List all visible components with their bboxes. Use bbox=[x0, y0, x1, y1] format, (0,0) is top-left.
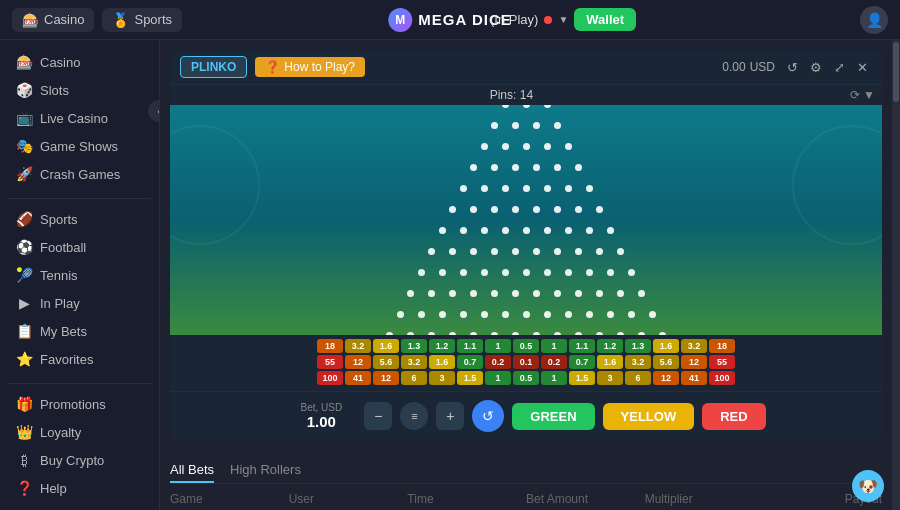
sidebar-sports-section: 🏈 Sports ⚽ Football 🎾 Tennis ▶ In Play 📋… bbox=[0, 205, 159, 373]
sidebar-divider-1 bbox=[8, 198, 151, 199]
pin bbox=[533, 122, 540, 129]
sidebar-label-crash-games: Crash Games bbox=[40, 167, 120, 182]
sidebar-label-favorites: Favorites bbox=[40, 352, 93, 367]
tab-high-rollers[interactable]: High Rollers bbox=[230, 458, 301, 483]
sidebar-item-slots[interactable]: 🎲 Slots bbox=[8, 76, 151, 104]
pin bbox=[649, 311, 656, 318]
right-scrollbar[interactable] bbox=[892, 40, 900, 510]
bet-label: Bet, USD bbox=[301, 402, 343, 413]
expand-icon-btn[interactable]: ⤢ bbox=[830, 58, 849, 77]
pins-row bbox=[449, 206, 603, 213]
sidebar-item-buy-crypto[interactable]: ₿ Buy Crypto bbox=[8, 446, 151, 474]
multiplier-cell: 1.2 bbox=[597, 339, 623, 353]
sidebar-item-crash-games[interactable]: 🚀 Crash Games bbox=[8, 160, 151, 188]
pin bbox=[470, 332, 477, 335]
casino-sidebar-icon: 🎰 bbox=[16, 54, 32, 70]
sports-nav-btn[interactable]: 🏅 Sports bbox=[102, 8, 182, 32]
multiplier-cell: 1.2 bbox=[429, 339, 455, 353]
pin bbox=[565, 227, 572, 234]
sidebar-item-loyalty[interactable]: 👑 Loyalty bbox=[8, 418, 151, 446]
multiplier-cell: 0.2 bbox=[541, 355, 567, 369]
pin bbox=[481, 227, 488, 234]
red-btn[interactable]: RED bbox=[702, 403, 765, 430]
wallet-button[interactable]: Wallet bbox=[574, 8, 636, 31]
pin bbox=[481, 143, 488, 150]
tab-all-bets[interactable]: All Bets bbox=[170, 458, 214, 483]
scroll-thumb[interactable] bbox=[893, 42, 899, 102]
sidebar-item-football[interactable]: ⚽ Football bbox=[8, 233, 151, 261]
sidebar-casino-section: 🎰 Casino 🎲 Slots 📺 Live Casino 🎭 Game Sh… bbox=[0, 48, 159, 188]
how-to-play-btn[interactable]: ❓ How to Play? bbox=[255, 57, 365, 77]
pin bbox=[502, 227, 509, 234]
pin bbox=[460, 311, 467, 318]
multiplier-cell: 1.1 bbox=[569, 339, 595, 353]
sidebar-item-casino[interactable]: 🎰 Casino bbox=[8, 48, 151, 76]
bottom-section: All Bets High Rollers Game User Time Bet… bbox=[160, 450, 892, 510]
multiplier-cell: 55 bbox=[317, 355, 343, 369]
sidebar-item-sports[interactable]: 🏈 Sports bbox=[8, 205, 151, 233]
multiplier-cell: 0.5 bbox=[513, 371, 539, 385]
auto-bet-btn[interactable]: ↺ bbox=[472, 400, 504, 432]
pins-row bbox=[460, 185, 593, 192]
pin bbox=[607, 227, 614, 234]
logo-icon: M bbox=[388, 8, 412, 32]
pin bbox=[386, 332, 393, 335]
sidebar-item-game-shows[interactable]: 🎭 Game Shows bbox=[8, 132, 151, 160]
sidebar-label-help: Help bbox=[40, 481, 67, 496]
sidebar-item-in-play[interactable]: ▶ In Play bbox=[8, 289, 151, 317]
decrease-bet-btn[interactable]: − bbox=[364, 402, 392, 430]
multiplier-cell: 1.3 bbox=[625, 339, 651, 353]
user-avatar-icon[interactable]: 👤 bbox=[860, 6, 888, 34]
green-btn[interactable]: GREEN bbox=[512, 403, 594, 430]
pin bbox=[575, 164, 582, 171]
pin bbox=[575, 332, 582, 335]
sidebar-item-my-bets[interactable]: 📋 My Bets bbox=[8, 317, 151, 345]
sidebar-item-tennis[interactable]: 🎾 Tennis bbox=[8, 261, 151, 289]
pin bbox=[523, 143, 530, 150]
sidebar-item-help[interactable]: ❓ Help bbox=[8, 474, 151, 502]
multiplier-cell: 3.2 bbox=[625, 355, 651, 369]
settings-icon-btn[interactable]: ⚙ bbox=[806, 58, 826, 77]
yellow-btn[interactable]: YELLOW bbox=[603, 403, 695, 430]
sidebar-label-game-shows: Game Shows bbox=[40, 139, 118, 154]
pin bbox=[607, 311, 614, 318]
pin bbox=[628, 311, 635, 318]
casino-nav-btn[interactable]: 🎰 Casino bbox=[12, 8, 94, 32]
game-container: PLINKO ❓ How to Play? 0.00 USD ↺ ⚙ ⤢ ✕ bbox=[170, 50, 882, 440]
pin bbox=[617, 290, 624, 297]
table-header: Game User Time Bet Amount Multiplier Pay… bbox=[170, 484, 882, 510]
multiplier-cell: 1.1 bbox=[457, 339, 483, 353]
content-area: PLINKO ❓ How to Play? 0.00 USD ↺ ⚙ ⤢ ✕ bbox=[160, 40, 892, 510]
multiplier-row: 55125.63.21.60.70.20.10.20.71.63.25.6125… bbox=[178, 355, 874, 369]
sidebar-item-favorites[interactable]: ⭐ Favorites bbox=[8, 345, 151, 373]
live-indicator bbox=[544, 16, 552, 24]
top-navigation: 🎰 Casino 🏅 Sports M MEGA DICE (In Play) … bbox=[0, 0, 900, 40]
refresh-icon-btn[interactable]: ↺ bbox=[783, 58, 802, 77]
status-dropdown-arrow[interactable]: ▼ bbox=[558, 14, 568, 25]
favorites-icon: ⭐ bbox=[16, 351, 32, 367]
multiplier-cell: 1 bbox=[485, 339, 511, 353]
sidebar-label-loyalty: Loyalty bbox=[40, 425, 81, 440]
pin bbox=[523, 105, 530, 108]
live-chat-avatar[interactable]: 🐶 bbox=[852, 470, 884, 502]
pin bbox=[554, 290, 561, 297]
pin bbox=[428, 290, 435, 297]
live-casino-icon: 📺 bbox=[16, 110, 32, 126]
increase-bet-btn[interactable]: + bbox=[436, 402, 464, 430]
multiplier-cell: 1.6 bbox=[429, 355, 455, 369]
pin bbox=[544, 269, 551, 276]
sidebar-item-live-casino[interactable]: 📺 Live Casino bbox=[8, 104, 151, 132]
sidebar-label-buy-crypto: Buy Crypto bbox=[40, 453, 104, 468]
crash-games-icon: 🚀 bbox=[16, 166, 32, 182]
help-icon: ❓ bbox=[16, 480, 32, 496]
multiplier-cell: 41 bbox=[345, 371, 371, 385]
slots-icon: 🎲 bbox=[16, 82, 32, 98]
pin bbox=[449, 290, 456, 297]
multiplier-cell: 3.2 bbox=[345, 339, 371, 353]
multiplier-section: 183.21.61.31.21.110.511.11.21.31.63.2185… bbox=[170, 335, 882, 391]
multiplier-cell: 1.6 bbox=[597, 355, 623, 369]
sidebar-extra-section: 🎁 Promotions 👑 Loyalty ₿ Buy Crypto ❓ He… bbox=[0, 390, 159, 502]
sidebar-item-promotions[interactable]: 🎁 Promotions bbox=[8, 390, 151, 418]
bet-options-btn[interactable]: ≡ bbox=[400, 402, 428, 430]
close-icon-btn[interactable]: ✕ bbox=[853, 58, 872, 77]
